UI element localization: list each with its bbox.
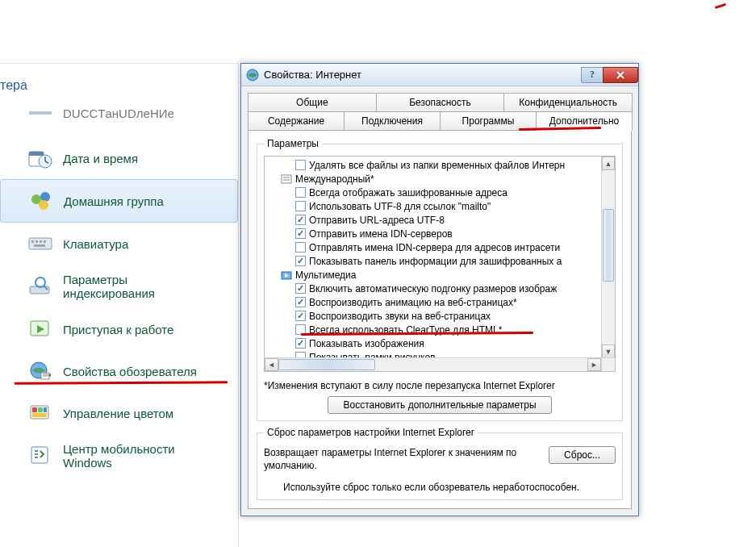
tree-item-label: Включить автоматическую подгонку размеро… bbox=[309, 283, 557, 294]
scroll-thumb-vertical[interactable] bbox=[603, 209, 614, 282]
checkbox[interactable] bbox=[295, 187, 306, 198]
globe-icon bbox=[246, 69, 259, 81]
reset-info: Используйте сброс только если обозревате… bbox=[264, 482, 616, 493]
svg-rect-10 bbox=[31, 240, 34, 243]
tree-item[interactable]: Отправить URL-адреса UTF-8 bbox=[265, 213, 615, 227]
checkbox[interactable] bbox=[295, 311, 306, 321]
help-button[interactable]: ? bbox=[581, 67, 604, 83]
tab-security[interactable]: Безопасность bbox=[376, 93, 505, 112]
checkbox[interactable] bbox=[295, 242, 306, 253]
color-mgmt-icon bbox=[27, 400, 53, 426]
tree-item-label: Международный* bbox=[295, 173, 374, 185]
panel-item-label: Параметры индексирования bbox=[63, 273, 192, 300]
svg-rect-9 bbox=[29, 238, 52, 249]
tab-general[interactable]: Общие bbox=[248, 93, 377, 112]
checkbox[interactable] bbox=[295, 215, 306, 225]
panel-item-internet-options[interactable]: Свойства обозревателя bbox=[0, 350, 238, 392]
panel-item-mobility-center[interactable]: Центр мобильности Windows bbox=[0, 434, 238, 478]
tree-item-label: Показывать изображения bbox=[309, 338, 424, 349]
panel-item-label: Управление цветом bbox=[63, 407, 173, 420]
vertical-scrollbar[interactable]: ▲ ▼ bbox=[601, 157, 615, 358]
svg-rect-12 bbox=[40, 240, 42, 243]
restore-advanced-button[interactable]: Восстановить дополнительные параметры bbox=[328, 396, 551, 414]
tree-item[interactable]: Воспроизводить звуки на веб-страницах bbox=[265, 309, 615, 323]
settings-tree[interactable]: Удалять все файлы из папки временных фай… bbox=[264, 156, 616, 372]
scroll-right-button[interactable]: ► bbox=[587, 358, 601, 371]
checkbox[interactable] bbox=[295, 338, 306, 349]
checkbox[interactable] bbox=[295, 283, 306, 294]
svg-rect-26 bbox=[32, 407, 37, 412]
svg-point-7 bbox=[40, 192, 50, 202]
svg-rect-13 bbox=[44, 240, 46, 243]
svg-rect-30 bbox=[31, 447, 48, 463]
tree-item-label: Мультимедиа bbox=[295, 269, 356, 281]
tree-item[interactable]: Воспроизводить анимацию на веб-страницах… bbox=[265, 295, 615, 309]
horizontal-scrollbar[interactable]: ◄ ► bbox=[265, 357, 601, 371]
panel-item-label: Домашняя группа bbox=[64, 194, 164, 208]
reset-group: Сброс параметров настройки Internet Expl… bbox=[257, 432, 623, 500]
restore-icon bbox=[27, 100, 53, 126]
svg-point-8 bbox=[39, 200, 48, 210]
checkbox[interactable] bbox=[295, 160, 306, 170]
control-panel-items: тера DUCCTанUDлеНИе Дата и время bbox=[0, 63, 239, 547]
restart-note: *Изменения вступают в силу после перезап… bbox=[264, 380, 616, 391]
tab-connections[interactable]: Подключения bbox=[344, 111, 441, 131]
panel-item-datetime[interactable]: Дата и время bbox=[0, 137, 238, 179]
panel-item-color-management[interactable]: Управление цветом bbox=[0, 392, 238, 434]
svg-rect-11 bbox=[36, 240, 38, 243]
panel-item-label: Свойства обозревателя bbox=[63, 365, 197, 378]
svg-rect-27 bbox=[38, 407, 43, 412]
tree-item[interactable]: Включить автоматическую подгонку размеро… bbox=[265, 282, 615, 295]
dialog-titlebar: Свойства: Интернет ? bbox=[241, 64, 638, 86]
tree-item[interactable]: Показывать панель информации для зашифро… bbox=[265, 254, 615, 268]
checkbox[interactable] bbox=[295, 256, 306, 266]
tree-item-label: Использовать UTF-8 для ссылок "mailto" bbox=[309, 201, 491, 212]
scroll-up-button[interactable]: ▲ bbox=[602, 157, 615, 170]
tab-strip: Общие Безопасность Конфиденциальность Со… bbox=[248, 93, 632, 130]
svg-rect-32 bbox=[282, 175, 291, 183]
scroll-left-button[interactable]: ◄ bbox=[265, 358, 278, 371]
scroll-track-vertical[interactable] bbox=[602, 170, 615, 344]
tree-item[interactable]: Удалять все файлы из папки временных фай… bbox=[265, 158, 615, 172]
svg-rect-28 bbox=[44, 407, 47, 412]
reset-description: Возвращает параметры Internet Explorer к… bbox=[264, 446, 537, 472]
tree-item[interactable]: Показывать изображения bbox=[265, 336, 615, 350]
advanced-tab-content: Параметры Удалять все файлы из папки вре… bbox=[248, 130, 632, 509]
mobility-icon bbox=[27, 443, 53, 469]
panel-item-getting-started[interactable]: Приступая к работе bbox=[0, 308, 238, 350]
tree-item-label: Удалять все файлы из папки временных фай… bbox=[309, 160, 565, 171]
scroll-thumb-horizontal[interactable] bbox=[278, 359, 375, 370]
scroll-track-horizontal[interactable] bbox=[278, 358, 587, 371]
tree-item-label: Всегда отображать зашифрованные адреса bbox=[309, 187, 507, 198]
tree-item[interactable]: Отправить имена IDN-серверов bbox=[265, 227, 615, 240]
tree-item-label: Воспроизводить звуки на веб-страницах bbox=[309, 311, 491, 322]
parameters-group-title: Параметры bbox=[264, 138, 322, 149]
checkbox[interactable] bbox=[295, 201, 306, 211]
svg-rect-2 bbox=[29, 152, 44, 156]
tree-item[interactable]: Всегда отображать зашифрованные адреса bbox=[265, 186, 615, 199]
tab-content[interactable]: Содержание bbox=[248, 111, 345, 131]
tab-privacy[interactable]: Конфиденциальность bbox=[503, 93, 633, 112]
checkbox[interactable] bbox=[295, 297, 306, 307]
tree-item[interactable]: Отправлять имена IDN-сервера для адресов… bbox=[265, 240, 615, 254]
getting-started-icon bbox=[27, 316, 53, 342]
parameters-group: Параметры Удалять все файлы из папки вре… bbox=[257, 144, 623, 421]
panel-item-indexing[interactable]: Параметры индексирования bbox=[0, 265, 238, 308]
scrollbar-corner bbox=[601, 357, 615, 371]
svg-rect-0 bbox=[29, 111, 52, 115]
annotation-stray-mark bbox=[715, 3, 726, 9]
panel-item-keyboard[interactable]: Клавиатура bbox=[0, 223, 238, 265]
intl-icon bbox=[281, 173, 292, 185]
close-button[interactable] bbox=[603, 67, 638, 83]
indexing-icon bbox=[27, 274, 53, 299]
checkbox[interactable] bbox=[295, 228, 306, 239]
panel-item-homegroup[interactable]: Домашняя группа bbox=[0, 179, 238, 223]
panel-item-restore[interactable]: DUCCTанUDлеНИе bbox=[0, 97, 238, 137]
scroll-down-button[interactable]: ▼ bbox=[602, 344, 615, 358]
tree-item-label: Показывать панель информации для зашифро… bbox=[309, 256, 562, 267]
reset-button[interactable]: Сброс... bbox=[549, 446, 616, 464]
tree-category[interactable]: Международный* bbox=[265, 172, 615, 186]
panel-item-label: Приступая к работе bbox=[63, 323, 173, 336]
tree-item[interactable]: Использовать UTF-8 для ссылок "mailto" bbox=[265, 199, 615, 213]
tree-category[interactable]: Мультимедиа bbox=[265, 268, 615, 282]
